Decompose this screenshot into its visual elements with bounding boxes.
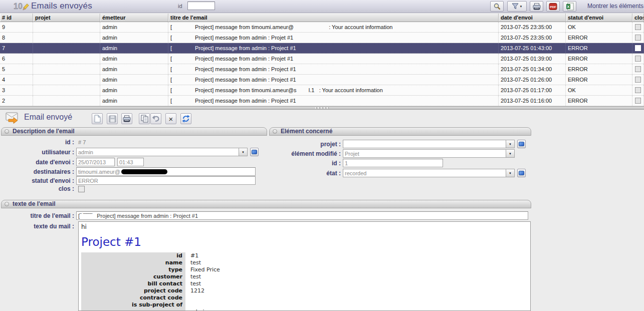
cell: admin — [100, 43, 168, 53]
filter-button[interactable]: ▼ — [507, 1, 527, 12]
email-icon — [5, 112, 20, 126]
emails-list-icon: 10 — [13, 1, 29, 14]
user-lookup-button[interactable] — [250, 148, 259, 156]
search-button[interactable] — [490, 1, 504, 12]
cell: admin — [100, 75, 168, 85]
splitter-handle[interactable] — [0, 106, 644, 110]
email-table-label: type — [81, 266, 185, 273]
new-button[interactable] — [92, 113, 103, 124]
chevron-down-icon[interactable]: ▼ — [506, 169, 514, 177]
column-header[interactable]: # id — [0, 14, 33, 22]
cell: [ Project] message from admin : Project … — [168, 43, 499, 53]
cell: 2013-07-25 01:26:00 — [499, 75, 566, 85]
lookup-icon — [519, 142, 524, 146]
column-header[interactable]: titre de l'email — [168, 14, 499, 22]
subject-input[interactable]: [‾ ‾‾‾‾‾ Project] message from admin : P… — [76, 211, 528, 220]
collapse-icon[interactable] — [5, 129, 9, 134]
save-button[interactable] — [107, 113, 118, 124]
cell: 2013-07-25 01:17:00 — [499, 85, 566, 95]
panel-element-header[interactable]: Elément concerné — [269, 127, 531, 136]
chevron-down-icon[interactable]: ▼ — [239, 148, 247, 156]
project-lookup-button[interactable] — [517, 140, 526, 148]
print-list-button[interactable] — [530, 1, 543, 12]
email-table-value — [185, 294, 190, 301]
cell: 5 — [0, 64, 33, 74]
send-status-value: ERROR — [78, 178, 98, 184]
panel-element-title: Elément concerné — [281, 128, 332, 135]
closed-checkbox[interactable] — [635, 87, 641, 93]
splitter-grip-icon — [315, 107, 329, 109]
closed-checkbox[interactable] — [635, 77, 641, 83]
table-row[interactable]: 3admin[ Project] message from timoumi.am… — [0, 85, 644, 96]
send-status-input[interactable]: ERROR — [76, 176, 256, 185]
svg-text:PDF: PDF — [550, 5, 556, 8]
cell: admin — [100, 22, 168, 32]
state-label: état : — [270, 170, 343, 177]
id-filter-input[interactable] — [187, 2, 215, 10]
closed-checkbox[interactable] — [635, 35, 641, 41]
state-select[interactable]: recorded ▼ — [343, 169, 515, 177]
column-header[interactable]: date d'envoi — [499, 14, 566, 22]
closed-checkbox[interactable] — [635, 98, 641, 104]
svg-text:10: 10 — [14, 2, 23, 11]
column-header[interactable]: statut d'envoi — [566, 14, 632, 22]
column-header[interactable]: clos — [632, 14, 644, 22]
recipients-input[interactable]: timoumi.ameur@ — [76, 167, 256, 176]
collapse-icon[interactable] — [5, 202, 9, 206]
closed-checkbox[interactable] — [635, 45, 641, 51]
email-project-title: Project #1 — [81, 235, 528, 248]
save-icon — [109, 115, 116, 123]
table-row[interactable]: 7admin[ Project] message from admin : Pr… — [0, 43, 644, 54]
closed-checkbox[interactable] — [78, 186, 85, 192]
cell: 7 — [0, 43, 33, 53]
modified-element-select[interactable]: Projet ▼ — [343, 149, 515, 158]
chevron-down-icon[interactable]: ▼ — [506, 140, 514, 148]
print-button[interactable] — [121, 113, 132, 124]
collapse-icon[interactable] — [273, 129, 277, 134]
state-lookup-button[interactable] — [517, 169, 526, 177]
email-table-label: manager — [81, 308, 185, 311]
column-header[interactable]: projet — [33, 14, 100, 22]
panel-description-header[interactable]: Description de l'email — [1, 127, 267, 136]
table-row[interactable]: 4admin[ Project] message from admin : Pr… — [0, 75, 644, 85]
undo-icon — [152, 115, 160, 122]
copy-button[interactable] — [139, 113, 150, 124]
cell: [ Project] message from admin : Projet #… — [168, 33, 499, 43]
recipients-label: destinataires : — [1, 168, 76, 175]
panel-body-header[interactable]: texte de l'email — [1, 200, 531, 208]
cell-clos — [632, 54, 644, 64]
table-row[interactable]: 5admin[ Project] message from admin : Pr… — [0, 64, 644, 75]
email-table-label: is sub-project of — [81, 301, 185, 308]
delete-button[interactable]: × — [165, 113, 176, 124]
cell: ERROR — [566, 64, 632, 74]
cell: admin — [100, 33, 168, 43]
undo-button[interactable] — [150, 113, 161, 124]
table-row[interactable]: 8admin[ Project] message from admin : Pr… — [0, 33, 644, 43]
closed-checkbox[interactable] — [635, 66, 641, 72]
field-sent-date: date d'envoi : 25/07/2013 01:43 — [1, 158, 266, 166]
element-id-value: 1 — [345, 160, 348, 166]
user-select[interactable]: admin ▼ — [76, 148, 248, 156]
table-row[interactable]: 2admin[ Project] message from admin : Pr… — [0, 96, 644, 106]
show-elements-link[interactable]: Montrer les éléments — [587, 3, 643, 10]
cell — [33, 22, 100, 32]
pdf-export-button[interactable]: PDF — [546, 1, 560, 12]
element-id-label: id : — [270, 160, 343, 167]
email-body-textarea[interactable]: hi Project #1 id#1nametesttypeFixed Pric… — [78, 221, 531, 311]
closed-checkbox[interactable] — [635, 56, 641, 62]
refresh-icon — [182, 115, 190, 123]
column-header[interactable]: émetteur — [100, 14, 168, 22]
refresh-button[interactable] — [180, 113, 191, 124]
sent-time-input[interactable]: 01:43 — [117, 158, 144, 166]
closed-checkbox[interactable] — [635, 24, 641, 30]
table-row[interactable]: 9admin[ Project] message from timoumi.am… — [0, 22, 644, 33]
cell: admin — [100, 96, 168, 106]
element-id-input[interactable]: 1 — [343, 159, 443, 167]
chevron-down-icon[interactable]: ▼ — [506, 150, 514, 157]
cell: 2013-07-25 23:35:00 — [499, 22, 566, 32]
table-row[interactable]: 6admin[ Project] message from admin : Pr… — [0, 54, 644, 64]
field-subject: titre de l'email : [‾ ‾‾‾‾‾ Project] mes… — [1, 211, 531, 220]
project-select[interactable]: ▼ — [343, 140, 515, 148]
excel-export-button[interactable]: X — [563, 1, 576, 12]
sent-date-input[interactable]: 25/07/2013 — [76, 158, 115, 166]
